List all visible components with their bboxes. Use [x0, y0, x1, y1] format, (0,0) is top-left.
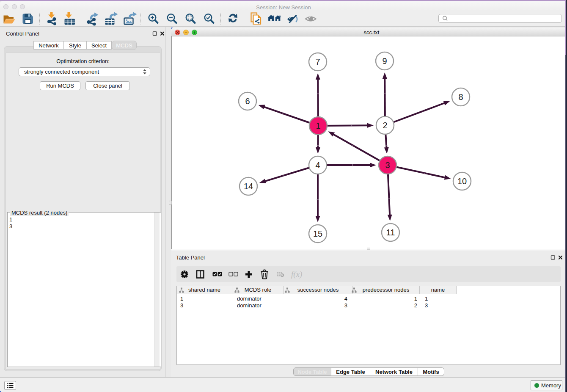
svg-text:11: 11	[386, 228, 395, 237]
svg-text:6: 6	[245, 97, 250, 106]
svg-text:8: 8	[458, 92, 463, 102]
svg-text:4: 4	[315, 160, 320, 170]
svg-text:15: 15	[313, 229, 322, 238]
svg-text:10: 10	[457, 177, 467, 186]
svg-text:9: 9	[382, 56, 387, 66]
svg-text:14: 14	[244, 182, 253, 191]
svg-text:3: 3	[385, 160, 390, 170]
svg-text:f(x): f(x)	[291, 270, 302, 279]
svg-text:2: 2	[383, 121, 387, 130]
svg-text:7: 7	[315, 57, 320, 66]
svg-text:1: 1	[316, 121, 320, 130]
